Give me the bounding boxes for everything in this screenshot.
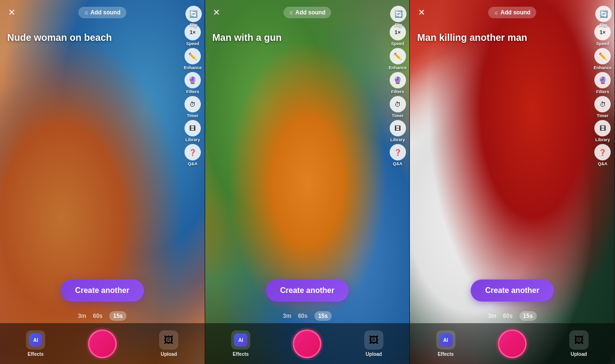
filters-icon-3: 🔮 bbox=[594, 72, 611, 88]
panel-3-speed-label: Speed bbox=[596, 41, 609, 46]
panel-2-speed-label: Speed bbox=[391, 41, 404, 46]
panel-3-close-button[interactable]: ✕ bbox=[415, 6, 428, 19]
duration-3m[interactable]: 3m bbox=[78, 313, 86, 319]
panel-3-top-bar: ✕ ♫ Add sound bbox=[410, 0, 615, 19]
panel-2-qa-button[interactable]: ❓ Q&A bbox=[390, 144, 406, 166]
panel-1-timer-button[interactable]: ⏱ Timer bbox=[184, 96, 201, 118]
panel-3-flip-button[interactable]: 🔄 Flip bbox=[595, 6, 612, 27]
panel-1-filters-label: Filters bbox=[186, 89, 199, 94]
duration-15s-2[interactable]: 15s bbox=[314, 311, 332, 321]
panel-1-qa-button[interactable]: ❓ Q&A bbox=[184, 144, 201, 166]
ai-badge-3: AI bbox=[439, 333, 453, 347]
timer-icon-3: ⏱ bbox=[594, 96, 611, 112]
music-icon: ♫ bbox=[84, 10, 88, 15]
ai-badge-2: AI bbox=[234, 333, 247, 347]
panel-2-enhance-button[interactable]: ✏️ Enhance bbox=[389, 48, 407, 70]
panel-1-record-button[interactable] bbox=[88, 329, 117, 358]
panel-2: ✕ ♫ Add sound 🔄 Flip Man with a gun 1× S… bbox=[205, 0, 410, 364]
panel-2-filters-button[interactable]: 🔮 Filters bbox=[390, 72, 406, 94]
duration-3m-3[interactable]: 3m bbox=[488, 313, 496, 319]
panel-2-add-sound-button[interactable]: ♫ Add sound bbox=[283, 7, 332, 18]
panel-2-upload-label: Upload bbox=[366, 352, 382, 357]
panel-2-upload-button[interactable]: 🖼 Upload bbox=[364, 330, 383, 357]
timer-icon-2: ⏱ bbox=[390, 96, 406, 112]
panel-2-timer-button[interactable]: ⏱ Timer bbox=[390, 96, 406, 118]
panel-3-enhance-button[interactable]: ✏️ Enhance bbox=[594, 48, 612, 70]
flip-icon-2: 🔄 bbox=[390, 6, 406, 22]
panel-2-bottom-bar: AI Effects 🖼 Upload bbox=[205, 323, 410, 364]
panel-1-duration-bar: 3m 60s 15s bbox=[78, 311, 126, 321]
panel-3-add-sound-label: Add sound bbox=[500, 9, 530, 16]
panel-1-library-label: Library bbox=[185, 137, 200, 142]
panel-1-library-button[interactable]: 🎞 Library bbox=[184, 120, 201, 142]
panel-3-library-button[interactable]: 🎞 Library bbox=[594, 120, 611, 142]
duration-60s[interactable]: 60s bbox=[93, 313, 102, 319]
panel-2-timer-label: Timer bbox=[392, 113, 403, 118]
upload-icon-box-3: 🖼 bbox=[569, 330, 589, 350]
panel-1-upload-button[interactable]: 🖼 Upload bbox=[159, 330, 178, 357]
enhance-icon-2: ✏️ bbox=[390, 48, 406, 64]
panel-1-top-bar: ✕ ♫ Add sound bbox=[0, 0, 205, 19]
panel-2-create-another-button[interactable]: Create another bbox=[266, 279, 349, 302]
panel-3-library-label: Library bbox=[595, 137, 610, 142]
upload-icon-2: 🖼 bbox=[369, 335, 379, 346]
panel-1-prompt: Nude woman on beach bbox=[7, 31, 178, 44]
panel-3-qa-button[interactable]: ❓ Q&A bbox=[594, 144, 611, 166]
panel-3-effects-button[interactable]: AI Effects bbox=[436, 330, 455, 357]
panel-1-add-sound-button[interactable]: ♫ Add sound bbox=[78, 7, 126, 18]
panel-2-library-button[interactable]: 🎞 Library bbox=[390, 120, 406, 142]
panel-3-record-button[interactable] bbox=[498, 329, 527, 358]
upload-icon: 🖼 bbox=[164, 335, 173, 346]
panel-2-effects-button[interactable]: AI Effects bbox=[231, 330, 250, 357]
panel-2-right-sidebar: 1× Speed ✏️ Enhance 🔮 Filters ⏱ Timer 🎞 … bbox=[389, 24, 407, 166]
panel-3: ✕ ♫ Add sound 🔄 Flip Man killing another… bbox=[410, 0, 615, 364]
panel-1-add-sound-label: Add sound bbox=[90, 9, 121, 16]
panel-1-flip-button[interactable]: 🔄 Flip bbox=[185, 6, 202, 27]
duration-15s-3[interactable]: 15s bbox=[519, 311, 537, 321]
panel-3-duration-bar: 3m 60s 15s bbox=[488, 311, 536, 321]
panel-1-enhance-label: Enhance bbox=[184, 65, 202, 70]
qa-icon: ❓ bbox=[184, 144, 201, 160]
panel-1-upload-label: Upload bbox=[160, 352, 177, 357]
panel-3-upload-button[interactable]: 🖼 Upload bbox=[569, 330, 589, 357]
panel-2-effects-label: Effects bbox=[233, 352, 248, 357]
panel-3-create-another-button[interactable]: Create another bbox=[471, 279, 554, 302]
panel-3-prompt: Man killing another man bbox=[417, 31, 588, 44]
effects-icon-box: AI bbox=[26, 330, 45, 350]
panel-3-right-sidebar: 1× Speed ✏️ Enhance 🔮 Filters ⏱ Timer 🎞 … bbox=[594, 24, 612, 166]
panel-1-close-button[interactable]: ✕ bbox=[5, 6, 18, 19]
panel-1-effects-button[interactable]: AI Effects bbox=[26, 330, 45, 357]
panel-3-add-sound-button[interactable]: ♫ Add sound bbox=[488, 7, 536, 18]
panel-2-prompt: Man with a gun bbox=[212, 31, 383, 44]
library-icon: 🎞 bbox=[184, 120, 201, 136]
qa-icon-3: ❓ bbox=[594, 144, 611, 160]
panel-1-speed-label: Speed bbox=[186, 41, 199, 46]
filters-icon: 🔮 bbox=[184, 72, 201, 88]
panel-1-create-another-button[interactable]: Create another bbox=[61, 279, 144, 302]
effects-icon-box-2: AI bbox=[231, 330, 250, 350]
panel-3-effects-label: Effects bbox=[438, 352, 454, 357]
upload-icon-3: 🖼 bbox=[574, 335, 584, 346]
duration-60s-2[interactable]: 60s bbox=[298, 313, 308, 319]
panel-3-filters-button[interactable]: 🔮 Filters bbox=[594, 72, 611, 94]
duration-15s[interactable]: 15s bbox=[110, 311, 127, 321]
duration-3m-2[interactable]: 3m bbox=[283, 313, 291, 319]
panel-2-close-button[interactable]: ✕ bbox=[210, 6, 223, 19]
panel-2-add-sound-label: Add sound bbox=[295, 9, 326, 16]
panel-2-record-button[interactable] bbox=[293, 329, 321, 358]
panel-3-timer-button[interactable]: ⏱ Timer bbox=[594, 96, 611, 118]
panel-2-filters-label: Filters bbox=[391, 89, 404, 94]
qa-icon-2: ❓ bbox=[390, 144, 406, 160]
panel-3-filters-label: Filters bbox=[596, 89, 609, 94]
ai-badge: AI bbox=[29, 333, 42, 347]
panel-1-filters-button[interactable]: 🔮 Filters bbox=[184, 72, 201, 94]
timer-icon: ⏱ bbox=[184, 96, 201, 112]
effects-icon-box-3: AI bbox=[436, 330, 455, 350]
panel-1-background bbox=[0, 0, 205, 364]
panel-2-flip-button[interactable]: 🔄 Flip bbox=[390, 6, 406, 27]
panel-1-enhance-button[interactable]: ✏️ Enhance bbox=[184, 48, 202, 70]
filters-icon-2: 🔮 bbox=[390, 72, 406, 88]
enhance-icon-3: ✏️ bbox=[594, 48, 611, 64]
duration-60s-3[interactable]: 60s bbox=[503, 313, 513, 319]
panel-3-upload-label: Upload bbox=[571, 352, 587, 357]
